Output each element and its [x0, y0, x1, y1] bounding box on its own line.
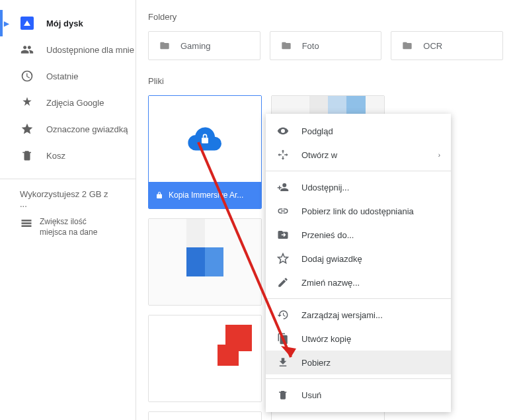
menu-item-label: Przenieś do... [301, 230, 354, 240]
file-thumbnail [272, 412, 384, 420]
person-add-icon [276, 181, 290, 194]
menu-item-label: Udostępnij... [301, 183, 349, 192]
folder-card-ocr[interactable]: OCR [391, 31, 503, 60]
sidebar-item-my-drive[interactable]: ▶ Mój dysk [0, 10, 136, 36]
menu-item-delete[interactable]: Usuń [266, 383, 451, 407]
sidebar-item-trash[interactable]: Kosz [0, 142, 136, 169]
folder-icon [280, 40, 293, 51]
storage-upgrade-text: Zwiększ ilość miejsca na dane [40, 217, 97, 237]
menu-item-manage-versions[interactable]: Zarządzaj wersjami... [266, 303, 451, 327]
sidebar-item-label: Ostatnie [46, 71, 78, 81]
folder-icon [401, 40, 414, 51]
svg-rect-2 [22, 226, 32, 228]
open-with-icon [276, 148, 290, 161]
sidebar-item-starred[interactable]: Oznaczone gwiazdką [0, 116, 136, 142]
folder-card-gaming[interactable]: Gaming [148, 31, 260, 60]
menu-item-get-link[interactable]: Pobierz link do udostępniania [266, 199, 451, 223]
folder-card-foto[interactable]: Foto [270, 31, 382, 60]
menu-separator [266, 298, 451, 299]
storage-section: Wykorzystujesz 2 GB z ... Zwiększ ilość … [0, 179, 136, 247]
trash-icon [276, 388, 290, 401]
menu-item-rename[interactable]: Zmień nazwę... [266, 271, 451, 294]
folders-section-label: Foldery [148, 12, 503, 22]
menu-item-label: Otwórz w [301, 150, 337, 160]
menu-item-open-with[interactable]: Otwórz w › [266, 143, 451, 167]
menu-item-label: Podgląd [301, 126, 333, 136]
move-icon [276, 228, 290, 241]
folder-name: OCR [423, 41, 442, 51]
download-icon [276, 356, 290, 369]
photos-icon [20, 95, 34, 110]
file-thumbnail [149, 219, 261, 305]
eye-icon [276, 124, 290, 138]
lock-icon [155, 191, 163, 199]
sidebar-item-photos[interactable]: Zdjęcia Google [0, 89, 136, 116]
sidebar-item-recent[interactable]: Ostatnie [0, 63, 136, 89]
menu-item-make-copy[interactable]: Utwórz kopię [266, 327, 451, 351]
menu-item-label: Dodaj gwiazdkę [301, 254, 362, 264]
svg-rect-1 [22, 222, 32, 224]
file-card[interactable] [148, 411, 262, 420]
people-icon [20, 42, 34, 57]
sidebar-item-label: Zdjęcia Google [46, 98, 104, 108]
menu-item-preview[interactable]: Podgląd [266, 119, 451, 143]
file-footer: Kopia Immersive Ar... [149, 182, 261, 208]
context-menu: Podgląd Otwórz w › Udostępnij... Pobierz… [266, 114, 451, 412]
menu-item-label: Pobierz link do udostępniania [301, 206, 414, 216]
folders-row: Gaming Foto OCR [148, 31, 503, 60]
file-thumbnail [149, 96, 261, 182]
storage-upgrade-link[interactable]: Zwiększ ilość miejsca na dane [20, 217, 116, 237]
sidebar-item-shared[interactable]: Udostępnione dla mnie [0, 36, 136, 63]
cloud-lock-icon [186, 126, 223, 152]
menu-item-share[interactable]: Udostępnij... [266, 175, 451, 199]
sidebar-item-label: Udostępnione dla mnie [46, 45, 134, 55]
svg-rect-3 [202, 138, 208, 143]
drive-logo-icon [20, 16, 34, 30]
file-thumbnail [149, 412, 261, 420]
file-card[interactable] [148, 218, 262, 306]
folder-name: Gaming [180, 41, 211, 51]
menu-separator [266, 378, 451, 379]
chevron-right-icon: ▶ [4, 20, 9, 27]
trash-icon [20, 148, 34, 163]
chevron-right-icon: › [438, 151, 440, 159]
files-section-label: Pliki [148, 76, 503, 86]
file-card[interactable] [271, 411, 385, 420]
pencil-icon [276, 276, 290, 289]
copy-icon [276, 332, 290, 345]
file-card-selected[interactable]: Kopia Immersive Ar... [148, 95, 262, 209]
menu-item-download[interactable]: Pobierz [266, 351, 451, 374]
menu-item-label: Usuń [301, 390, 321, 400]
svg-rect-0 [22, 220, 32, 222]
menu-item-add-star[interactable]: Dodaj gwiazdkę [266, 247, 451, 271]
restore-icon [276, 308, 290, 321]
file-name: Kopia Immersive Ar... [169, 190, 243, 200]
star-outline-icon [276, 252, 290, 265]
star-icon [20, 122, 34, 136]
menu-item-move-to[interactable]: Przenieś do... [266, 223, 451, 247]
storage-icon [20, 217, 33, 233]
clock-icon [20, 69, 34, 83]
menu-item-label: Utwórz kopię [301, 334, 351, 344]
menu-separator [266, 171, 451, 171]
link-icon [276, 204, 290, 218]
menu-item-label: Pobierz [301, 358, 331, 368]
sidebar-item-label: Kosz [46, 151, 65, 161]
folder-name: Foto [302, 41, 319, 51]
file-thumbnail [149, 315, 261, 401]
sidebar-item-label: Mój dysk [46, 19, 83, 28]
storage-usage-text: Wykorzystujesz 2 GB z ... [20, 189, 116, 209]
file-card[interactable] [148, 315, 262, 402]
menu-item-label: Zarządzaj wersjami... [301, 310, 383, 320]
sidebar: ▶ Mój dysk Udostępnione dla mnie Ostatni… [0, 0, 136, 420]
sidebar-item-label: Oznaczone gwiazdką [46, 124, 128, 134]
menu-item-label: Zmień nazwę... [301, 278, 360, 288]
folder-icon [158, 40, 171, 51]
